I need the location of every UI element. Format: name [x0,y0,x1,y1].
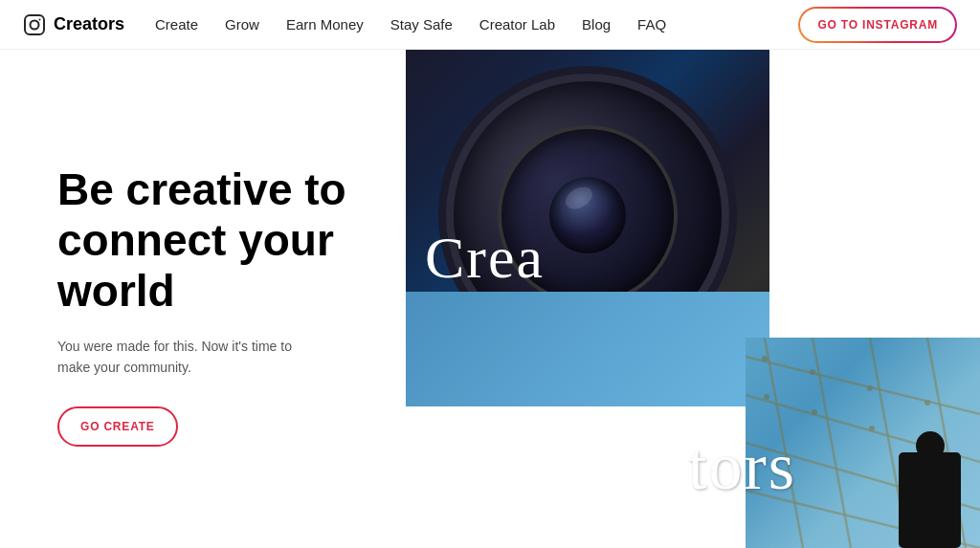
header-right: GO TO INSTAGRAM [798,7,957,43]
svg-line-8 [813,338,851,548]
svg-point-1 [31,20,39,29]
svg-point-11 [762,356,768,362]
hero-subtitle: You were made for this. Now it's time to… [57,336,325,379]
lens-highlight [562,182,596,212]
main-nav: Create Grow Earn Money Stay Safe Creator… [155,16,666,33]
nav-create[interactable]: Create [155,16,198,33]
person-body [899,452,961,548]
nav-grow[interactable]: Grow [225,16,259,33]
svg-point-15 [764,394,769,400]
nav-faq[interactable]: FAQ [637,16,666,33]
svg-point-17 [869,426,875,431]
lens-container: Crea [406,50,769,406]
nav-creator-lab[interactable]: Creator Lab [479,16,555,33]
hero-section: Be creative to connect your world You we… [0,50,980,548]
nav-earn-money[interactable]: Earn Money [286,16,364,33]
header: Creators Create Grow Earn Money Stay Saf… [0,0,980,50]
nav-stay-safe[interactable]: Stay Safe [390,16,453,33]
go-to-instagram-button[interactable]: GO TO INSTAGRAM [798,7,957,43]
svg-point-14 [924,400,930,406]
svg-point-2 [39,18,41,20]
instagram-icon [23,13,46,36]
main-hero-image: Crea [406,50,769,406]
lens-inner [501,129,674,301]
lens-core [549,177,626,253]
hero-title: Be creative to connect your world [57,164,383,317]
image-bg-blue [406,292,769,406]
brand-label: Creators [54,14,124,34]
svg-point-12 [810,369,815,375]
hero-text-block: Be creative to connect your world You we… [57,107,383,447]
svg-rect-0 [25,15,44,34]
svg-point-13 [867,385,873,391]
hero-image-collage: Crea tors [406,50,980,548]
brand-logo[interactable]: Creators [23,13,124,36]
svg-point-16 [812,409,817,415]
person-head [916,431,945,460]
nav-blog[interactable]: Blog [582,16,611,33]
tors-text: tors [688,428,796,505]
go-create-button[interactable]: GO CREATE [57,406,178,447]
